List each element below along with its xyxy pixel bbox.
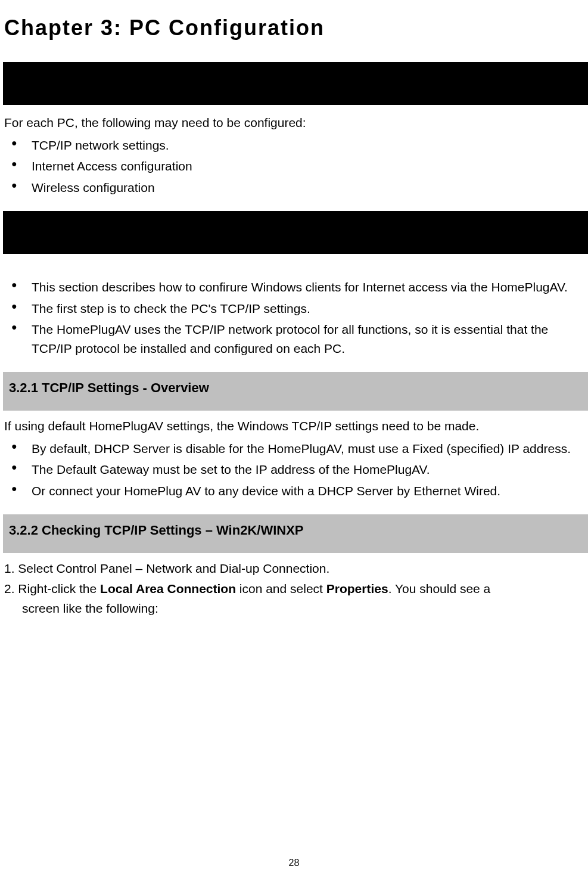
step-2-text-mid: icon and select xyxy=(236,582,326,595)
list-item: Wireless configuration xyxy=(3,178,588,197)
list-item: TCP/IP network settings. xyxy=(3,136,588,155)
step-2-bold-1: Local Area Connection xyxy=(100,582,236,595)
step-2-text-post: . You should see a xyxy=(388,582,491,595)
list-item: This section describes how to confirure … xyxy=(3,278,588,297)
page-number: 28 xyxy=(0,856,588,870)
list-item: The first step is to check the PC's TCP/… xyxy=(3,299,588,318)
list-item: The Default Gateway must be set to the I… xyxy=(3,460,588,479)
step-1: 1. Select Control Panel – Network and Di… xyxy=(4,559,588,578)
section-3-1-intro: For each PC, the following may need to b… xyxy=(3,113,588,132)
list-item: Internet Access configuration xyxy=(3,157,588,176)
list-item: The HomePlugAV uses the TCP/IP network p… xyxy=(3,320,588,358)
section-3-2-2-heading: 3.2.2 Checking TCP/IP Settings – Win2K/W… xyxy=(3,514,588,553)
step-2-bold-2: Properties xyxy=(326,582,388,595)
section-3-2-bullet-list: This section describes how to confirure … xyxy=(3,278,588,358)
list-item: By default, DHCP Server is disable for t… xyxy=(3,439,588,458)
section-3-2-1-bullet-list: By default, DHCP Server is disable for t… xyxy=(3,439,588,501)
section-3-1-bullet-list: TCP/IP network settings. Internet Access… xyxy=(3,136,588,197)
step-2-text-pre: 2. Right-click the xyxy=(4,582,100,595)
chapter-title: Chapter 3: PC Configuration xyxy=(3,12,588,44)
section-3-2-heading-bar xyxy=(3,211,588,254)
step-2: 2. Right-click the Local Area Connection… xyxy=(4,579,588,598)
section-3-2-2-steps: 1. Select Control Panel – Network and Di… xyxy=(3,559,588,618)
section-3-1-heading-bar xyxy=(3,62,588,105)
list-item: Or connect your HomePlug AV to any devic… xyxy=(3,482,588,501)
step-2-continuation: screen like the following: xyxy=(4,599,588,618)
section-3-2-1-heading: 3.2.1 TCP/IP Settings - Overview xyxy=(3,372,588,411)
section-3-2-1-intro: If using default HomePlugAV settings, th… xyxy=(3,417,588,436)
